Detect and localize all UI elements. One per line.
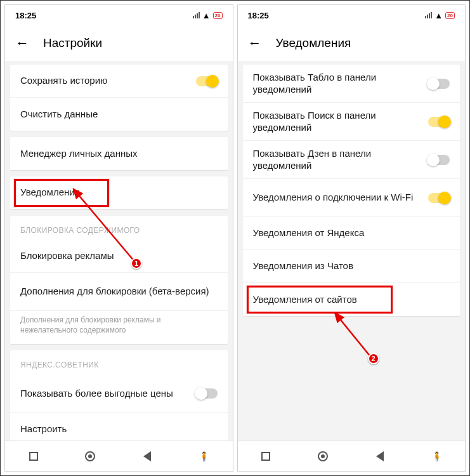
label: Показывать Поиск в панели уведомлений bbox=[253, 110, 429, 134]
battery-icon: 20 bbox=[213, 12, 223, 19]
phone-left: 18:25 ▲ 20 ← Настройки Сохранять историю… bbox=[4, 4, 233, 472]
nav-back[interactable] bbox=[139, 448, 155, 465]
label: Уведомления от сайтов bbox=[253, 294, 450, 306]
group-advisor: ЯНДЕКС.СОВЕТНИК Показывать более выгодны… bbox=[10, 350, 228, 440]
section-advisor-title: ЯНДЕКС.СОВЕТНИК bbox=[10, 350, 228, 374]
label: Уведомления bbox=[20, 187, 218, 199]
label: Показывать Дзен в панели уведомлений bbox=[253, 148, 429, 172]
nav-accessibility[interactable]: 🧍 bbox=[196, 448, 212, 465]
nav-recent[interactable] bbox=[258, 448, 274, 465]
row-save-history[interactable]: Сохранять историю bbox=[10, 65, 228, 98]
page-title: Настройки bbox=[43, 36, 102, 50]
annotation-badge-2: 2 bbox=[368, 353, 379, 364]
toggle-better-prices[interactable] bbox=[196, 388, 218, 399]
page-title: Уведомления bbox=[276, 36, 351, 50]
label: Уведомления о подключении к Wi-Fi bbox=[253, 192, 429, 204]
toggle-search[interactable] bbox=[428, 117, 450, 127]
label: Уведомления от Яндекса bbox=[253, 227, 450, 239]
group-notifications: Уведомления bbox=[10, 176, 228, 209]
back-button[interactable]: ← bbox=[248, 35, 262, 51]
block-desc: Дополнения для блокировки рекламы и неже… bbox=[10, 311, 228, 344]
toggle-wifi[interactable] bbox=[428, 193, 450, 203]
section-blocking-title: БЛОКИРОВКА СОДЕРЖИМОГО bbox=[10, 216, 228, 240]
app-header: ← Уведомления bbox=[238, 25, 466, 61]
row-notifications[interactable]: Уведомления bbox=[10, 176, 228, 209]
android-nav-bar: 🧍 bbox=[238, 440, 466, 471]
signal-icon bbox=[425, 12, 432, 18]
status-bar: 18:25 ▲ 20 bbox=[238, 5, 466, 25]
wifi-icon: ▲ bbox=[434, 11, 443, 20]
row-zen-panel[interactable]: Показывать Дзен в панели уведомлений bbox=[243, 141, 460, 179]
nav-home[interactable] bbox=[82, 448, 98, 465]
label: Очистить данные bbox=[20, 109, 218, 121]
notifications-list[interactable]: Показывать Табло в панели уведомлений По… bbox=[238, 61, 466, 440]
battery-icon: 20 bbox=[445, 12, 455, 19]
row-tablo-panel[interactable]: Показывать Табло в панели уведомлений bbox=[243, 65, 460, 103]
label: Уведомления из Чатов bbox=[253, 260, 450, 272]
group-personal: Менеджер личных данных bbox=[10, 137, 228, 170]
row-yandex-notif[interactable]: Уведомления от Яндекса bbox=[243, 217, 460, 250]
nav-accessibility[interactable]: 🧍 bbox=[428, 448, 445, 465]
label: Показывать более выгодные цены bbox=[20, 388, 196, 400]
status-icons: ▲ 20 bbox=[425, 11, 455, 20]
group-panels: Показывать Табло в панели уведомлений По… bbox=[243, 65, 460, 316]
toggle-tablo[interactable] bbox=[428, 79, 450, 89]
label: Дополнения для блокировки (бета-версия) bbox=[20, 286, 218, 298]
label: Настроить bbox=[20, 423, 218, 435]
status-bar: 18:25 ▲ 20 bbox=[5, 5, 233, 25]
app-header: ← Настройки bbox=[5, 25, 233, 61]
nav-back[interactable] bbox=[372, 448, 388, 465]
status-icons: ▲ 20 bbox=[193, 11, 223, 20]
label: Менеджер личных данных bbox=[20, 148, 218, 160]
signal-icon bbox=[193, 12, 200, 18]
row-better-prices[interactable]: Показывать более выгодные цены bbox=[10, 374, 228, 413]
row-site-notif[interactable]: Уведомления от сайтов bbox=[243, 283, 460, 316]
toggle-save-history[interactable] bbox=[196, 76, 218, 86]
nav-home[interactable] bbox=[315, 448, 331, 465]
label: Сохранять историю bbox=[20, 75, 196, 87]
back-button[interactable]: ← bbox=[15, 35, 29, 51]
row-clear-data[interactable]: Очистить данные bbox=[10, 98, 228, 131]
row-wifi-notif[interactable]: Уведомления о подключении к Wi-Fi bbox=[243, 179, 460, 217]
row-chat-notif[interactable]: Уведомления из Чатов bbox=[243, 250, 460, 283]
wifi-icon: ▲ bbox=[202, 11, 211, 20]
phone-right: 18:25 ▲ 20 ← Уведомления Показывать Табл… bbox=[237, 4, 466, 472]
comparison-container: 18:25 ▲ 20 ← Настройки Сохранять историю… bbox=[0, 0, 470, 476]
row-search-panel[interactable]: Показывать Поиск в панели уведомлений bbox=[243, 103, 460, 141]
status-time: 18:25 bbox=[248, 11, 269, 20]
label: Показывать Табло в панели уведомлений bbox=[253, 72, 429, 96]
android-nav-bar: 🧍 bbox=[5, 440, 233, 471]
row-personal-data-manager[interactable]: Менеджер личных данных bbox=[10, 137, 228, 170]
row-ad-block[interactable]: Блокировка рекламы bbox=[10, 240, 228, 273]
annotation-badge-1: 1 bbox=[131, 258, 142, 269]
row-block-extensions[interactable]: Дополнения для блокировки (бета-версия) bbox=[10, 273, 228, 311]
nav-recent[interactable] bbox=[25, 448, 42, 465]
settings-list[interactable]: Сохранять историю Очистить данные Менедж… bbox=[5, 61, 233, 440]
toggle-zen[interactable] bbox=[428, 155, 450, 165]
group-blocking: БЛОКИРОВКА СОДЕРЖИМОГО Блокировка реклам… bbox=[10, 216, 228, 344]
row-configure[interactable]: Настроить bbox=[10, 413, 228, 440]
status-time: 18:25 bbox=[15, 11, 36, 20]
label: Блокировка рекламы bbox=[20, 250, 218, 262]
group-history: Сохранять историю Очистить данные bbox=[10, 65, 228, 131]
